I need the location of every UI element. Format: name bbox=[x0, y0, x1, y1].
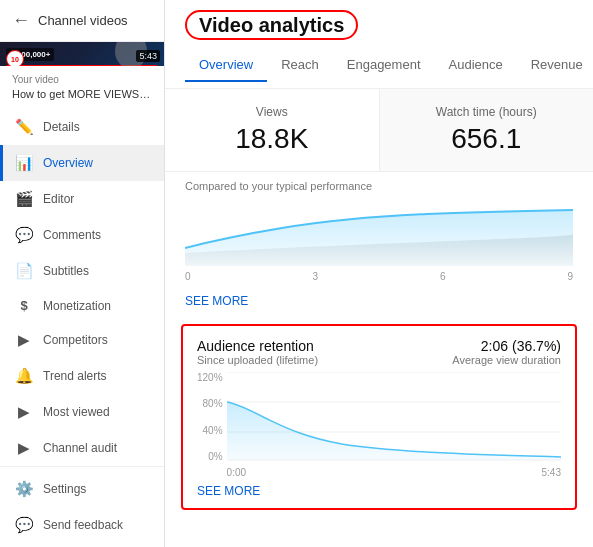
tab-audience[interactable]: Audience bbox=[435, 49, 517, 82]
thumbnail-duration: 5:43 bbox=[136, 50, 160, 62]
chart-area: Compared to your typical performance bbox=[165, 172, 593, 290]
trend-label: Trend alerts bbox=[43, 369, 107, 383]
views-value: 18.8K bbox=[235, 123, 308, 155]
chart-xaxis: 0 3 6 9 bbox=[185, 271, 573, 286]
your-video-label: Your video bbox=[12, 74, 152, 85]
retention-xaxis: 0:00 5:43 bbox=[227, 467, 561, 478]
sidebar-item-feedback[interactable]: 💬 Send feedback bbox=[0, 507, 164, 543]
retention-duration: 2:06 (36.7%) bbox=[452, 338, 561, 354]
most-viewed-label: Most viewed bbox=[43, 405, 110, 419]
retention-header: Audience retention Since uploaded (lifet… bbox=[197, 338, 561, 366]
retention-right: 2:06 (36.7%) Average view duration bbox=[452, 338, 561, 366]
retention-subtitle: Since uploaded (lifetime) bbox=[197, 354, 318, 366]
details-icon: ✏️ bbox=[15, 118, 33, 136]
monetization-icon: $ bbox=[15, 298, 33, 313]
stat-watch-time[interactable]: Watch time (hours) 656.1 bbox=[380, 89, 594, 171]
subtitles-icon: 📄 bbox=[15, 262, 33, 280]
channel-audit-icon: ▶ bbox=[15, 439, 33, 457]
channel-audit-label: Channel audit bbox=[43, 441, 117, 455]
monetization-label: Monetization bbox=[43, 299, 111, 313]
tab-reach[interactable]: Reach bbox=[267, 49, 333, 82]
sidebar-nav: ✏️ Details 📊 Overview 🎬 Editor 💬 Comment… bbox=[0, 109, 164, 466]
page-title: Video analytics bbox=[185, 10, 358, 40]
sidebar-item-monetization[interactable]: $ Monetization bbox=[0, 289, 164, 322]
sidebar-item-channel-audit[interactable]: ▶ Channel audit bbox=[0, 430, 164, 466]
sidebar-item-subtitles[interactable]: 📄 Subtitles bbox=[0, 253, 164, 289]
sidebar-bottom: ⚙️ Settings 💬 Send feedback bbox=[0, 466, 164, 547]
x-start: 0:00 bbox=[227, 467, 246, 478]
comments-label: Comments bbox=[43, 228, 101, 242]
retention-duration-label: Average view duration bbox=[452, 354, 561, 366]
watch-value: 656.1 bbox=[451, 123, 521, 155]
sidebar-header: ← Channel videos bbox=[0, 0, 164, 42]
retention-title: Audience retention bbox=[197, 338, 318, 354]
y-label-80: 80% bbox=[197, 398, 223, 409]
sidebar-item-editor[interactable]: 🎬 Editor bbox=[0, 181, 164, 217]
comments-icon: 💬 bbox=[15, 226, 33, 244]
competitors-label: Competitors bbox=[43, 333, 108, 347]
settings-icon: ⚙️ bbox=[15, 480, 33, 498]
tab-overview[interactable]: Overview bbox=[185, 49, 267, 82]
subtitles-label: Subtitles bbox=[43, 264, 89, 278]
watch-label: Watch time (hours) bbox=[436, 105, 537, 119]
tabs-container: Overview Reach Engagement Audience Reven… bbox=[185, 49, 573, 82]
page-header: Video analytics Overview Reach Engagemen… bbox=[165, 0, 593, 89]
x-label-3: 3 bbox=[312, 271, 318, 282]
competitors-icon: ▶ bbox=[15, 331, 33, 349]
x-label-0: 0 bbox=[185, 271, 191, 282]
sidebar-item-settings[interactable]: ⚙️ Settings bbox=[0, 471, 164, 507]
x-label-6: 6 bbox=[440, 271, 446, 282]
most-viewed-icon: ▶ bbox=[15, 403, 33, 421]
stats-row: Views 18.8K Watch time (hours) 656.1 bbox=[165, 89, 593, 172]
feedback-label: Send feedback bbox=[43, 518, 123, 532]
views-label: Views bbox=[256, 105, 288, 119]
retention-left: Audience retention Since uploaded (lifet… bbox=[197, 338, 318, 366]
video-info: Your video How to get MORE VIEWS and MOR… bbox=[0, 66, 164, 109]
retention-card: Audience retention Since uploaded (lifet… bbox=[181, 324, 577, 510]
sidebar-item-trend-alerts[interactable]: 🔔 Trend alerts bbox=[0, 358, 164, 394]
stat-views[interactable]: Views 18.8K bbox=[165, 89, 380, 171]
video-title: How to get MORE VIEWS and MORE ... bbox=[12, 87, 152, 101]
settings-label: Settings bbox=[43, 482, 86, 496]
trend-icon: 🔔 bbox=[15, 367, 33, 385]
editor-icon: 🎬 bbox=[15, 190, 33, 208]
x-end: 5:43 bbox=[542, 467, 561, 478]
channel-logo: 10 bbox=[6, 50, 24, 66]
chart-caption: Compared to your typical performance bbox=[185, 180, 573, 192]
retention-chart-container: 120% 80% 40% 0% bbox=[197, 372, 561, 478]
sidebar-title: Channel videos bbox=[38, 13, 128, 28]
feedback-icon: 💬 bbox=[15, 516, 33, 534]
details-label: Details bbox=[43, 120, 80, 134]
back-icon[interactable]: ← bbox=[12, 10, 30, 31]
sidebar-item-most-viewed[interactable]: ▶ Most viewed bbox=[0, 394, 164, 430]
sidebar-item-analytics[interactable]: 📊 Overview bbox=[0, 145, 164, 181]
overview-chart bbox=[185, 198, 573, 268]
x-label-9: 9 bbox=[567, 271, 573, 282]
analytics-label: Overview bbox=[43, 156, 93, 170]
sidebar-item-competitors[interactable]: ▶ Competitors bbox=[0, 322, 164, 358]
sidebar-item-details[interactable]: ✏️ Details bbox=[0, 109, 164, 145]
retention-yaxis: 120% 80% 40% 0% bbox=[197, 372, 227, 462]
retention-chart bbox=[227, 372, 561, 462]
retention-see-more-link[interactable]: SEE MORE bbox=[197, 478, 561, 500]
see-more-link[interactable]: SEE MORE bbox=[165, 290, 593, 316]
main-content: Video analytics Overview Reach Engagemen… bbox=[165, 0, 593, 547]
sidebar: ← Channel videos ● 100,000+ 150+ SUBS 10… bbox=[0, 0, 165, 547]
y-label-40: 40% bbox=[197, 425, 223, 436]
tab-revenue[interactable]: Revenue bbox=[517, 49, 593, 82]
y-label-120: 120% bbox=[197, 372, 223, 383]
sidebar-item-comments[interactable]: 💬 Comments bbox=[0, 217, 164, 253]
editor-label: Editor bbox=[43, 192, 74, 206]
y-label-0: 0% bbox=[197, 451, 223, 462]
tab-engagement[interactable]: Engagement bbox=[333, 49, 435, 82]
analytics-icon: 📊 bbox=[15, 154, 33, 172]
video-thumbnail[interactable]: ● 100,000+ 150+ SUBS 10 5:43 bbox=[0, 42, 164, 66]
